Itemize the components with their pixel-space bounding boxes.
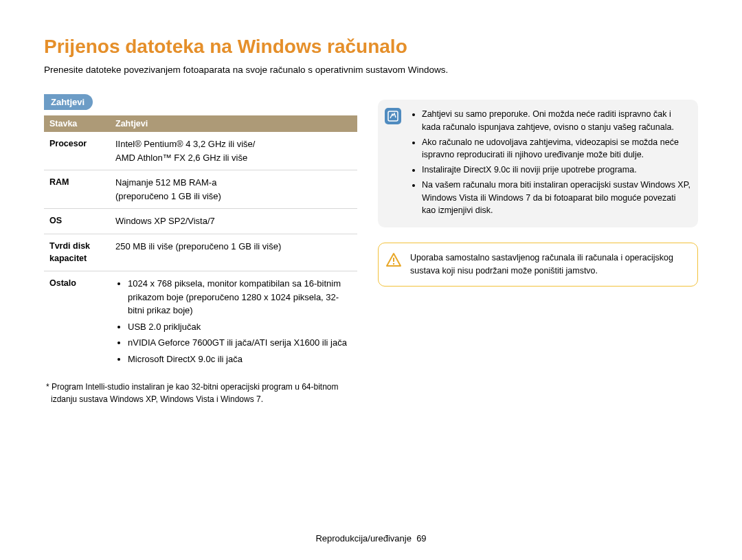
list-item: Na vašem računalu mora biti instaliran o…	[422, 179, 691, 217]
table-row: OS Windows XP SP2/Vista/7	[44, 209, 357, 234]
list-item: Ako računalo ne udovoljava zahtjevima, v…	[422, 136, 691, 162]
note-icon	[385, 108, 401, 124]
warning-callout: Uporaba samostalno sastavljenog računala…	[378, 243, 698, 287]
list-item: 1024 x 768 piksela, monitor kompatibilan…	[128, 277, 352, 317]
page-title: Prijenos datoteka na Windows računalo	[44, 36, 698, 58]
requirements-table: Stavka Zahtjevi Procesor IIntel® Pentium…	[44, 115, 357, 374]
list-item: Zahtjevi su samo preporuke. Oni možda ne…	[422, 108, 691, 134]
th-item: Stavka	[44, 115, 110, 132]
cell-value: Windows XP SP2/Vista/7	[110, 209, 357, 234]
warning-icon	[385, 251, 402, 268]
list-item: Instalirajte DirectX 9.0c ili noviji pri…	[422, 164, 691, 177]
intro-text: Prenesite datoteke povezivanjem fotoapar…	[44, 65, 698, 75]
cell-label: Procesor	[44, 132, 110, 170]
table-row: RAM Najmanje 512 MB RAM-a (preporučeno 1…	[44, 170, 357, 209]
cell-value: IIntel® Pentium® 4 3,2 GHz ili više/ AMD…	[110, 132, 357, 170]
th-req: Zahtjevi	[110, 115, 357, 132]
svg-point-2	[393, 263, 394, 265]
section-heading: Zahtjevi	[44, 94, 93, 110]
cell-value: 1024 x 768 piksela, monitor kompatibilan…	[110, 271, 357, 374]
table-row: Procesor IIntel® Pentium® 4 3,2 GHz ili …	[44, 132, 357, 170]
cell-value: 250 MB ili više (preporučeno 1 GB ili vi…	[110, 234, 357, 271]
page-footer: Reprodukcija/uređivanje 69	[0, 533, 742, 544]
table-row: Ostalo 1024 x 768 piksela, monitor kompa…	[44, 271, 357, 374]
info-callout: Zahtjevi su samo preporuke. Oni možda ne…	[378, 100, 698, 227]
table-row: Tvrdi disk kapacitet 250 MB ili više (pr…	[44, 234, 357, 271]
cell-value: Najmanje 512 MB RAM-a (preporučeno 1 GB …	[110, 170, 357, 209]
cell-label: RAM	[44, 170, 110, 209]
right-column: Zahtjevi su samo preporuke. Oni možda ne…	[378, 94, 698, 405]
list-item: USB 2.0 priključak	[128, 320, 352, 334]
cell-label: OS	[44, 209, 110, 234]
cell-label: Ostalo	[44, 271, 110, 374]
warning-text: Uporaba samostalno sastavljenog računala…	[410, 251, 690, 278]
left-column: Zahtjevi Stavka Zahtjevi Procesor IIntel…	[44, 94, 357, 405]
cell-label: Tvrdi disk kapacitet	[44, 234, 110, 271]
footnote: * Program Intelli-studio instaliran je k…	[44, 381, 357, 405]
list-item: nVIDIA Geforce 7600GT ili jača/ATI serij…	[128, 336, 352, 350]
list-item: Microsoft DirectX 9.0c ili jača	[128, 352, 352, 366]
